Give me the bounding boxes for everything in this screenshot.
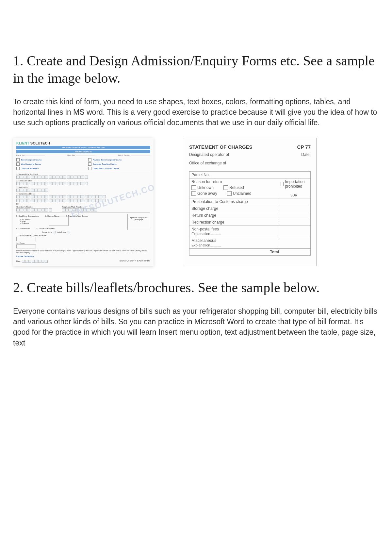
sdr-label: SDR — [279, 193, 308, 204]
soc-title: STATEMENT OF CHARGES — [189, 144, 253, 150]
telephone-boxes — [62, 208, 97, 211]
storage-row: Storage charge — [189, 205, 310, 212]
statement-of-charges-sample: STATEMENT OF CHARGES CP 77 Designated op… — [183, 138, 317, 266]
presentation-label: Presentation-to-Customs charge — [191, 199, 248, 204]
address-boxes2 — [16, 199, 150, 202]
course-item: Computer Hardware — [16, 167, 78, 170]
expl2-label: Explanation........... — [191, 243, 221, 247]
redirection-row: Redirection charge — [189, 219, 310, 226]
duration-label: 7. Duration of the Course — [66, 215, 88, 217]
chk-unknown: Unknown — [191, 185, 214, 190]
chk-goneaway: Gone away — [191, 191, 217, 196]
course-item: Web Designing Course — [16, 162, 78, 166]
installment-label: 12. Mode of Payment — [36, 227, 55, 229]
father-boxes — [16, 182, 150, 185]
q-c: c. To Expire — [20, 222, 127, 224]
formno-label: Form No. — [16, 154, 25, 156]
presentation-row: Presentation-to-Customs charge SDR — [189, 198, 310, 205]
return-label: Return charge — [191, 213, 216, 218]
soc-office: Office of exchange of — [189, 161, 226, 165]
parcel-row: Parcel No. — [189, 172, 310, 178]
expl1-label: Explanation........... — [191, 232, 221, 236]
admission-form-sample: KLIENT SOLUTECH Registered under the Ind… — [13, 138, 154, 266]
guardian-label: Guardian's Number — [16, 206, 52, 208]
course-item: Computer Teaching Course — [88, 162, 150, 166]
qualifying-label: 5. Qualifying Examination — [16, 215, 39, 217]
brand: KLIENT SOLUTECH — [16, 141, 150, 145]
chk-importation: Importation prohibited — [281, 179, 308, 189]
guardian-boxes — [16, 208, 52, 211]
nationality-label: 3. Nationality — [16, 186, 150, 188]
date-label: Date — [16, 260, 21, 262]
nonpostal-label: Non-postal fees — [191, 227, 219, 231]
coursefees-label: 8. Course Fees — [16, 227, 30, 229]
installment2-label: Installment — [57, 231, 66, 233]
passport-box: Space for Passport size photograph — [127, 214, 150, 230]
address-boxes1 — [16, 195, 150, 198]
bluebar1: Registered under the Indian Companies Ac… — [16, 146, 150, 149]
name-boxes — [16, 176, 150, 179]
storage-label: Storage charge — [191, 206, 218, 211]
section1-heading: 1. Create and Design Admission/Enquiry F… — [13, 52, 379, 87]
nationality-boxes — [16, 189, 150, 192]
batch-label: Batch Timing — [118, 154, 130, 156]
soc-date: Date: — [301, 152, 311, 157]
section1-paragraph: To create this kind of form, you need to… — [13, 96, 379, 128]
nonpostal-row: Non-postal feesExplanation........... — [189, 226, 310, 237]
total-row: Total — [189, 249, 310, 255]
redirection-label: Redirection charge — [191, 220, 224, 225]
sig-authority: SIGNATURE OF THE AUTHORITY — [120, 260, 150, 263]
total-label: Total — [191, 250, 279, 254]
brand-part2: SOLUTECH — [29, 141, 50, 145]
bluebar2: Admission Form — [16, 150, 150, 153]
telephone-label: Telephone/Mob. Number — [62, 206, 97, 208]
top-fields: Form No. Reg. No. Batch Timing — [16, 154, 150, 156]
course-item: Customized Computer Course — [88, 167, 150, 170]
soc-code: CP 77 — [297, 144, 311, 150]
regno-label: Reg. No. — [67, 154, 75, 156]
declaration: I declare that above information is true… — [16, 250, 150, 254]
samples-row: KLIENT SOLUTECH Registered under the Ind… — [13, 138, 379, 266]
reason-label: Reason for return — [191, 179, 278, 184]
section2-paragraph: Everyone contains various designs of bil… — [13, 306, 379, 348]
misc-row: MiscellaneousExplanation........... — [189, 237, 310, 249]
lumpsum-label: Lump sum — [42, 231, 52, 233]
father-label: 2. Name of Father — [16, 180, 150, 182]
name-label: 1. Name of the Applicant — [16, 173, 150, 175]
course-item: Basic Computer Course — [16, 158, 78, 161]
address-label: 4. Complete Address — [16, 193, 150, 195]
inst-declaration: Institute Declaration: — [16, 255, 150, 257]
chk-refused: Refused — [223, 185, 244, 190]
soc-operator: Designated operator of — [189, 152, 229, 157]
brand-part1: KLIENT — [16, 141, 29, 145]
signature-label: 13. Full signature of the Candidate — [16, 234, 127, 236]
course-item: Advance Basic Computer Course — [88, 158, 150, 161]
place-label: 14. Place — [16, 242, 127, 244]
section2-heading: 2. Create bills/leaflets/brochures. See … — [13, 279, 379, 296]
misc-label: Miscellaneous — [191, 238, 216, 243]
return-row: Return charge — [189, 212, 310, 219]
chk-unclaimed: Unclaimed — [227, 191, 252, 196]
courses: Basic Computer Course Web Designing Cour… — [16, 157, 150, 171]
